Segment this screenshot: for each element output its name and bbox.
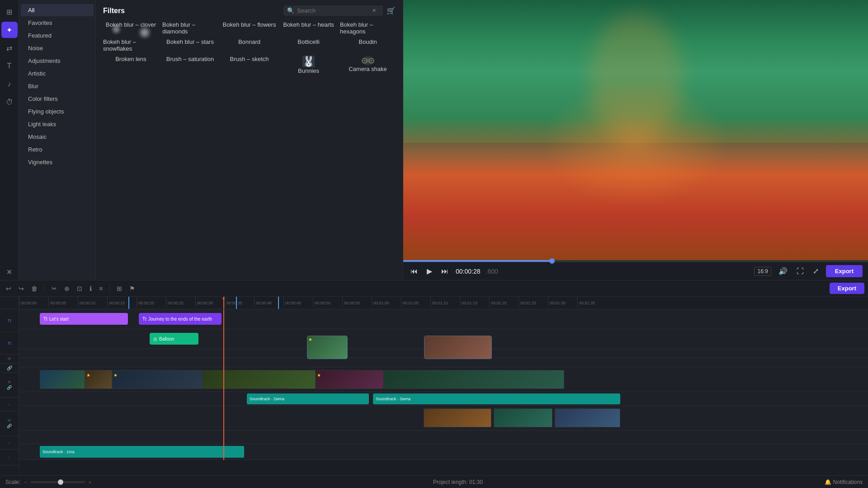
scale-slider[interactable] (31, 481, 85, 483)
category-light-leaks[interactable]: Light leaks (21, 118, 94, 130)
close-icon[interactable]: ✕ (1, 264, 18, 280)
filter-item-botticelli[interactable]: Botticelli (281, 38, 336, 52)
ruler-mark-13: 00:01:05 (401, 297, 430, 307)
video2-segment-2[interactable] (494, 408, 552, 427)
fullscreen-button[interactable]: ⛶ (795, 266, 806, 276)
time-decimal: .600 (486, 268, 498, 275)
clip-balloon[interactable]: ◎ Balloon (150, 333, 198, 345)
effects-icon[interactable]: ✦ (1, 22, 18, 38)
category-adjustments[interactable]: Adjustments (21, 55, 94, 67)
scale-slider-thumb[interactable] (58, 479, 63, 485)
timeline-ruler[interactable]: 00:00:0000:00:0500:00:1000:00:1500:00:20… (19, 297, 868, 309)
aspect-ratio-button[interactable]: 16:9 (754, 267, 771, 276)
forward-button[interactable]: ⏭ (439, 266, 450, 276)
filter-item-bokeh-stars[interactable]: Bokeh blur – stars (162, 38, 218, 52)
filter-item-bokeh-hearts[interactable]: Bokeh blur – hearts (281, 21, 336, 35)
filter-item-camera-shake[interactable]: ⊙⊙ Camera shake (340, 56, 396, 74)
floating-clip-2[interactable] (424, 336, 492, 359)
category-color-filters[interactable]: Color filters (21, 93, 94, 105)
filter-item-broken-lens[interactable]: Broken lens (103, 56, 159, 74)
video-segment-4[interactable] (203, 370, 316, 389)
video2-segment-3[interactable] (555, 408, 620, 427)
clip-label: Let's start (49, 317, 69, 322)
video-segment-1[interactable] (40, 370, 85, 389)
menu-button[interactable]: ≡ (97, 284, 105, 294)
category-flying-objects[interactable]: Flying objects (21, 105, 94, 118)
scale-min-icon: − (24, 479, 27, 485)
video-frame (403, 0, 868, 260)
video2-segment-1[interactable] (424, 408, 491, 427)
filter-item-bunnies[interactable]: 🐰 Bunnies (281, 56, 336, 74)
video-segment-2[interactable]: ★ (85, 370, 112, 389)
preview-progress-thumb[interactable] (549, 258, 555, 264)
filter-item-bokeh-hexagons[interactable]: Bokeh blur – hexagons (340, 21, 396, 35)
transitions-icon[interactable]: ⇄ (1, 40, 18, 56)
track-text-1: Tt Let's start Tt Journey to the ends of… (19, 309, 868, 329)
timeline-area: ↩ ↪ 🗑 ✂ ⊕ ⊡ ℹ ≡ ⊞ ⚑ Export Tt Tt 👁 (0, 280, 868, 488)
playhead-ruler: ▼ (223, 297, 224, 309)
filter-item-bokeh-snowflakes[interactable]: Bokeh blur – snowflakes (103, 38, 159, 52)
filter-item-boudin[interactable]: Boudin (340, 38, 396, 52)
detach-button[interactable]: ⤢ (811, 266, 821, 276)
category-retro[interactable]: Retro (21, 143, 94, 156)
audio-clip-1[interactable]: Soundtrack · 2wma (247, 393, 369, 404)
redo-button[interactable]: ↪ (16, 284, 26, 294)
ruler-mark-15: 00:01:15 (460, 297, 489, 307)
marker-blue-1 (128, 297, 129, 309)
track-icon-link[interactable]: 🔗 (0, 364, 19, 373)
filter-label: Bonnard (238, 38, 260, 45)
filter-label: Brush – sketch (230, 56, 269, 62)
timeline-export-button[interactable]: Export (830, 283, 864, 294)
ruler-mark-9: 00:00:45 (283, 297, 313, 307)
filter-item-brush-sketch[interactable]: Brush – sketch (222, 56, 277, 74)
category-favorites[interactable]: Favorites (21, 17, 94, 29)
floating-clip-1[interactable]: ★ (307, 336, 348, 359)
text-icon[interactable]: T (1, 58, 18, 74)
video-segment-5[interactable]: ★ (316, 370, 383, 389)
clear-search-icon[interactable]: ✕ (372, 8, 376, 14)
category-noise[interactable]: Noise (21, 42, 94, 54)
video-segment-6[interactable] (383, 370, 564, 389)
filter-label: Bokeh blur – hearts (283, 21, 334, 28)
cart-button[interactable]: 🛒 (387, 6, 396, 15)
notifications-button[interactable]: 🔔 Notifications (825, 479, 863, 485)
copy-button[interactable]: ⊕ (62, 284, 72, 294)
audio-clip-2[interactable]: Soundtrack · 2wma (373, 393, 620, 404)
filter-item-brush-saturation[interactable]: Brush – saturation (162, 56, 218, 74)
category-artistic[interactable]: Artistic (21, 67, 94, 80)
undo-button[interactable]: ↩ (4, 284, 14, 294)
category-all[interactable]: All (21, 4, 94, 16)
cut-button[interactable]: ✂ (49, 284, 59, 294)
preview-progress-bar[interactable] (403, 260, 868, 262)
category-vignettes[interactable]: Vignettes (21, 156, 94, 168)
clip-lets-start[interactable]: Tt Let's start (40, 313, 128, 325)
media-icon[interactable]: ⊞ (1, 4, 18, 20)
filter-search-input[interactable] (297, 7, 369, 14)
marker-blue-2 (236, 297, 237, 309)
rewind-button[interactable]: ⏮ (409, 266, 420, 276)
ruler-mark-19: 00:01:35 (577, 297, 607, 307)
volume-button[interactable]: 🔊 (777, 266, 789, 276)
export-button-preview[interactable]: Export (826, 265, 863, 277)
audio-icon[interactable]: ♪ (1, 76, 18, 92)
music-clip-bottom[interactable]: Soundtrack · 1ma (40, 446, 244, 458)
play-button[interactable]: ▶ (425, 266, 434, 276)
category-blur[interactable]: Blur (21, 80, 94, 92)
filter-item-bokeh-diamonds[interactable]: Bokeh blur – diamonds (162, 21, 218, 35)
flag-button[interactable]: ⚑ (127, 284, 137, 294)
clip-journey[interactable]: Tt Journey to the ends of the earth (139, 313, 222, 325)
track-icon-eye[interactable]: 👁 (0, 355, 19, 364)
timeline-scroll-area[interactable]: 00:00:0000:00:0500:00:1000:00:1500:00:20… (19, 297, 868, 475)
time-icon[interactable]: ⏱ (1, 94, 18, 110)
category-featured[interactable]: Featured (21, 29, 94, 42)
filter-item-bokeh-flowers[interactable]: Bokeh blur – flowers (222, 21, 277, 35)
filter-item-bonnard[interactable]: Bonnard (222, 38, 277, 52)
delete-button[interactable]: 🗑 (29, 284, 40, 294)
video-segment-3[interactable]: ★ (112, 370, 203, 389)
filter-search-bar: 🔍 ✕ (283, 5, 383, 16)
filter-item-bokeh-clover[interactable]: Bokeh blur – clover (103, 21, 159, 35)
category-mosaic[interactable]: Mosaic (21, 131, 94, 143)
insert-button[interactable]: ⊞ (114, 284, 124, 294)
info-button[interactable]: ℹ (87, 284, 94, 294)
crop-button[interactable]: ⊡ (75, 284, 85, 294)
